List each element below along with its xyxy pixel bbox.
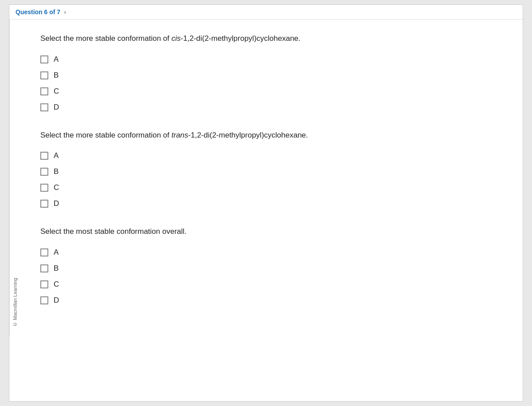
- list-item[interactable]: C: [40, 87, 505, 96]
- list-item[interactable]: D: [40, 103, 505, 112]
- options-list-3: A B C D: [40, 248, 505, 305]
- options-list-1: A B C D: [40, 55, 505, 112]
- checkbox-3d[interactable]: [40, 296, 48, 304]
- options-list-2: A B C D: [40, 151, 505, 208]
- question-section-2: Select the more stable conformation of t…: [40, 130, 505, 209]
- checkbox-3b[interactable]: [40, 264, 48, 272]
- header-bar: Question 6 of 7 ›: [9, 5, 523, 20]
- content-area: © Macmillan Learning Select the more sta…: [9, 20, 523, 336]
- list-item[interactable]: D: [40, 199, 505, 208]
- question-label: Question 6 of 7: [16, 8, 60, 16]
- option-letter-2b: B: [54, 167, 59, 176]
- list-item[interactable]: B: [40, 71, 505, 80]
- option-letter-3a: A: [54, 248, 59, 257]
- checkbox-3a[interactable]: [40, 248, 48, 256]
- list-item[interactable]: D: [40, 296, 505, 305]
- checkbox-2a[interactable]: [40, 152, 48, 160]
- option-letter-1c: C: [54, 87, 59, 96]
- checkbox-2c[interactable]: [40, 184, 48, 192]
- chevron-right-icon: ›: [64, 8, 66, 16]
- option-letter-1d: D: [54, 103, 59, 112]
- list-item[interactable]: A: [40, 151, 505, 160]
- checkbox-1a[interactable]: [40, 55, 48, 63]
- checkbox-2d[interactable]: [40, 200, 48, 208]
- question-text-1: Select the more stable conformation of c…: [40, 33, 505, 44]
- list-item[interactable]: B: [40, 264, 505, 273]
- option-letter-2d: D: [54, 199, 59, 208]
- option-letter-1a: A: [54, 55, 59, 64]
- list-item[interactable]: B: [40, 167, 505, 176]
- checkbox-1c[interactable]: [40, 87, 48, 95]
- list-item[interactable]: C: [40, 183, 505, 192]
- option-letter-3c: C: [54, 280, 59, 289]
- main-content: Select the more stable conformation of c…: [23, 20, 523, 336]
- checkbox-1b[interactable]: [40, 71, 48, 79]
- checkbox-2b[interactable]: [40, 168, 48, 176]
- option-letter-2c: C: [54, 183, 59, 192]
- option-letter-1b: B: [54, 71, 59, 80]
- question-section-3: Select the most stable conformation over…: [40, 226, 505, 305]
- question-section-1: Select the more stable conformation of c…: [40, 33, 505, 112]
- option-letter-2a: A: [54, 151, 59, 160]
- checkbox-1d[interactable]: [40, 103, 48, 111]
- question-text-3: Select the most stable conformation over…: [40, 226, 505, 237]
- checkbox-3c[interactable]: [40, 280, 48, 288]
- page-container: Question 6 of 7 › © Macmillan Learning S…: [9, 4, 523, 402]
- list-item[interactable]: A: [40, 248, 505, 257]
- list-item[interactable]: C: [40, 280, 505, 289]
- list-item[interactable]: A: [40, 55, 505, 64]
- option-letter-3b: B: [54, 264, 59, 273]
- option-letter-3d: D: [54, 296, 59, 305]
- question-text-2: Select the more stable conformation of t…: [40, 130, 505, 141]
- copyright-label: © Macmillan Learning: [9, 20, 23, 336]
